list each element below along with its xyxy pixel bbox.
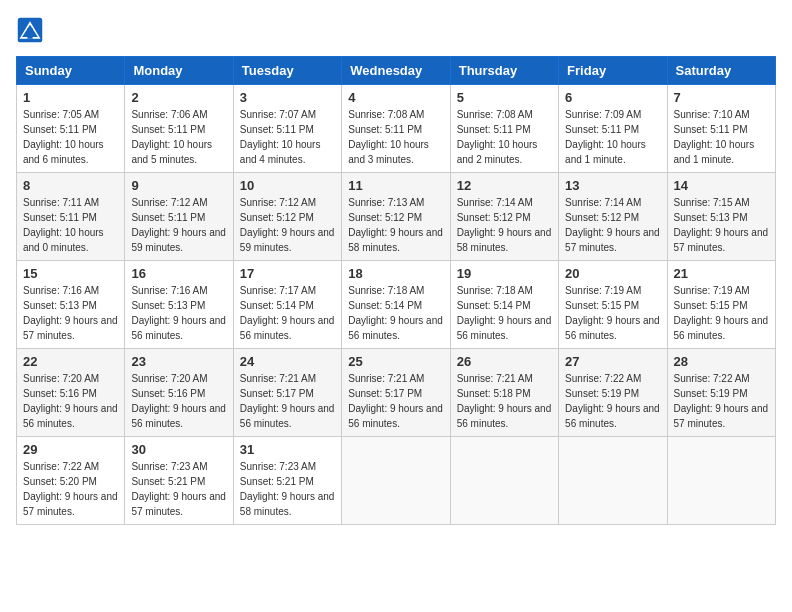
calendar-week-row: 29Sunrise: 7:22 AMSunset: 5:20 PMDayligh… <box>17 437 776 525</box>
day-number: 14 <box>674 178 769 193</box>
calendar-week-row: 1Sunrise: 7:05 AMSunset: 5:11 PMDaylight… <box>17 85 776 173</box>
weekday-header: Wednesday <box>342 57 450 85</box>
day-info: Sunrise: 7:19 AMSunset: 5:15 PMDaylight:… <box>674 283 769 343</box>
calendar-day-cell: 15Sunrise: 7:16 AMSunset: 5:13 PMDayligh… <box>17 261 125 349</box>
logo-icon <box>16 16 44 44</box>
calendar-day-cell: 5Sunrise: 7:08 AMSunset: 5:11 PMDaylight… <box>450 85 558 173</box>
calendar-day-cell: 27Sunrise: 7:22 AMSunset: 5:19 PMDayligh… <box>559 349 667 437</box>
weekday-header: Thursday <box>450 57 558 85</box>
day-number: 28 <box>674 354 769 369</box>
calendar-day-cell: 26Sunrise: 7:21 AMSunset: 5:18 PMDayligh… <box>450 349 558 437</box>
day-number: 12 <box>457 178 552 193</box>
day-number: 20 <box>565 266 660 281</box>
day-number: 27 <box>565 354 660 369</box>
calendar-day-cell: 7Sunrise: 7:10 AMSunset: 5:11 PMDaylight… <box>667 85 775 173</box>
day-number: 23 <box>131 354 226 369</box>
calendar-day-cell: 8Sunrise: 7:11 AMSunset: 5:11 PMDaylight… <box>17 173 125 261</box>
day-number: 1 <box>23 90 118 105</box>
calendar-day-cell: 22Sunrise: 7:20 AMSunset: 5:16 PMDayligh… <box>17 349 125 437</box>
calendar-day-cell: 2Sunrise: 7:06 AMSunset: 5:11 PMDaylight… <box>125 85 233 173</box>
weekday-header: Friday <box>559 57 667 85</box>
day-info: Sunrise: 7:15 AMSunset: 5:13 PMDaylight:… <box>674 195 769 255</box>
calendar-day-cell: 29Sunrise: 7:22 AMSunset: 5:20 PMDayligh… <box>17 437 125 525</box>
day-number: 21 <box>674 266 769 281</box>
weekday-header: Sunday <box>17 57 125 85</box>
calendar-day-cell: 10Sunrise: 7:12 AMSunset: 5:12 PMDayligh… <box>233 173 341 261</box>
day-number: 29 <box>23 442 118 457</box>
day-number: 18 <box>348 266 443 281</box>
day-info: Sunrise: 7:07 AMSunset: 5:11 PMDaylight:… <box>240 107 335 167</box>
day-number: 17 <box>240 266 335 281</box>
day-info: Sunrise: 7:17 AMSunset: 5:14 PMDaylight:… <box>240 283 335 343</box>
day-number: 22 <box>23 354 118 369</box>
calendar-day-cell: 18Sunrise: 7:18 AMSunset: 5:14 PMDayligh… <box>342 261 450 349</box>
day-info: Sunrise: 7:18 AMSunset: 5:14 PMDaylight:… <box>348 283 443 343</box>
calendar-week-row: 15Sunrise: 7:16 AMSunset: 5:13 PMDayligh… <box>17 261 776 349</box>
calendar-day-cell: 3Sunrise: 7:07 AMSunset: 5:11 PMDaylight… <box>233 85 341 173</box>
day-info: Sunrise: 7:20 AMSunset: 5:16 PMDaylight:… <box>23 371 118 431</box>
day-info: Sunrise: 7:13 AMSunset: 5:12 PMDaylight:… <box>348 195 443 255</box>
day-number: 10 <box>240 178 335 193</box>
calendar-day-cell: 31Sunrise: 7:23 AMSunset: 5:21 PMDayligh… <box>233 437 341 525</box>
weekday-header: Monday <box>125 57 233 85</box>
day-info: Sunrise: 7:22 AMSunset: 5:19 PMDaylight:… <box>674 371 769 431</box>
day-number: 11 <box>348 178 443 193</box>
day-number: 15 <box>23 266 118 281</box>
calendar-day-cell: 17Sunrise: 7:17 AMSunset: 5:14 PMDayligh… <box>233 261 341 349</box>
calendar-day-cell: 4Sunrise: 7:08 AMSunset: 5:11 PMDaylight… <box>342 85 450 173</box>
day-number: 3 <box>240 90 335 105</box>
calendar-week-row: 8Sunrise: 7:11 AMSunset: 5:11 PMDaylight… <box>17 173 776 261</box>
calendar-day-cell <box>667 437 775 525</box>
day-info: Sunrise: 7:21 AMSunset: 5:17 PMDaylight:… <box>240 371 335 431</box>
day-info: Sunrise: 7:23 AMSunset: 5:21 PMDaylight:… <box>131 459 226 519</box>
svg-rect-3 <box>27 28 32 39</box>
day-info: Sunrise: 7:21 AMSunset: 5:18 PMDaylight:… <box>457 371 552 431</box>
day-number: 8 <box>23 178 118 193</box>
day-info: Sunrise: 7:16 AMSunset: 5:13 PMDaylight:… <box>131 283 226 343</box>
day-info: Sunrise: 7:22 AMSunset: 5:19 PMDaylight:… <box>565 371 660 431</box>
calendar-day-cell: 21Sunrise: 7:19 AMSunset: 5:15 PMDayligh… <box>667 261 775 349</box>
day-number: 9 <box>131 178 226 193</box>
day-info: Sunrise: 7:14 AMSunset: 5:12 PMDaylight:… <box>565 195 660 255</box>
day-number: 6 <box>565 90 660 105</box>
day-info: Sunrise: 7:21 AMSunset: 5:17 PMDaylight:… <box>348 371 443 431</box>
calendar-day-cell: 28Sunrise: 7:22 AMSunset: 5:19 PMDayligh… <box>667 349 775 437</box>
day-number: 30 <box>131 442 226 457</box>
day-info: Sunrise: 7:10 AMSunset: 5:11 PMDaylight:… <box>674 107 769 167</box>
day-number: 26 <box>457 354 552 369</box>
day-info: Sunrise: 7:12 AMSunset: 5:11 PMDaylight:… <box>131 195 226 255</box>
day-number: 5 <box>457 90 552 105</box>
day-number: 2 <box>131 90 226 105</box>
day-number: 4 <box>348 90 443 105</box>
calendar-day-cell: 24Sunrise: 7:21 AMSunset: 5:17 PMDayligh… <box>233 349 341 437</box>
day-info: Sunrise: 7:08 AMSunset: 5:11 PMDaylight:… <box>457 107 552 167</box>
calendar-week-row: 22Sunrise: 7:20 AMSunset: 5:16 PMDayligh… <box>17 349 776 437</box>
day-info: Sunrise: 7:16 AMSunset: 5:13 PMDaylight:… <box>23 283 118 343</box>
day-info: Sunrise: 7:20 AMSunset: 5:16 PMDaylight:… <box>131 371 226 431</box>
calendar-day-cell: 20Sunrise: 7:19 AMSunset: 5:15 PMDayligh… <box>559 261 667 349</box>
calendar-day-cell <box>559 437 667 525</box>
calendar-day-cell: 11Sunrise: 7:13 AMSunset: 5:12 PMDayligh… <box>342 173 450 261</box>
calendar-day-cell: 1Sunrise: 7:05 AMSunset: 5:11 PMDaylight… <box>17 85 125 173</box>
day-info: Sunrise: 7:23 AMSunset: 5:21 PMDaylight:… <box>240 459 335 519</box>
day-info: Sunrise: 7:22 AMSunset: 5:20 PMDaylight:… <box>23 459 118 519</box>
calendar-day-cell: 16Sunrise: 7:16 AMSunset: 5:13 PMDayligh… <box>125 261 233 349</box>
day-number: 13 <box>565 178 660 193</box>
day-info: Sunrise: 7:05 AMSunset: 5:11 PMDaylight:… <box>23 107 118 167</box>
day-number: 31 <box>240 442 335 457</box>
page-header <box>16 16 776 44</box>
calendar-day-cell: 12Sunrise: 7:14 AMSunset: 5:12 PMDayligh… <box>450 173 558 261</box>
day-info: Sunrise: 7:18 AMSunset: 5:14 PMDaylight:… <box>457 283 552 343</box>
day-info: Sunrise: 7:06 AMSunset: 5:11 PMDaylight:… <box>131 107 226 167</box>
calendar-table: SundayMondayTuesdayWednesdayThursdayFrid… <box>16 56 776 525</box>
calendar-day-cell: 9Sunrise: 7:12 AMSunset: 5:11 PMDaylight… <box>125 173 233 261</box>
calendar-day-cell: 19Sunrise: 7:18 AMSunset: 5:14 PMDayligh… <box>450 261 558 349</box>
day-number: 7 <box>674 90 769 105</box>
day-number: 16 <box>131 266 226 281</box>
calendar-day-cell: 13Sunrise: 7:14 AMSunset: 5:12 PMDayligh… <box>559 173 667 261</box>
day-number: 19 <box>457 266 552 281</box>
calendar-day-cell: 25Sunrise: 7:21 AMSunset: 5:17 PMDayligh… <box>342 349 450 437</box>
calendar-day-cell: 6Sunrise: 7:09 AMSunset: 5:11 PMDaylight… <box>559 85 667 173</box>
calendar-day-cell: 23Sunrise: 7:20 AMSunset: 5:16 PMDayligh… <box>125 349 233 437</box>
day-info: Sunrise: 7:08 AMSunset: 5:11 PMDaylight:… <box>348 107 443 167</box>
